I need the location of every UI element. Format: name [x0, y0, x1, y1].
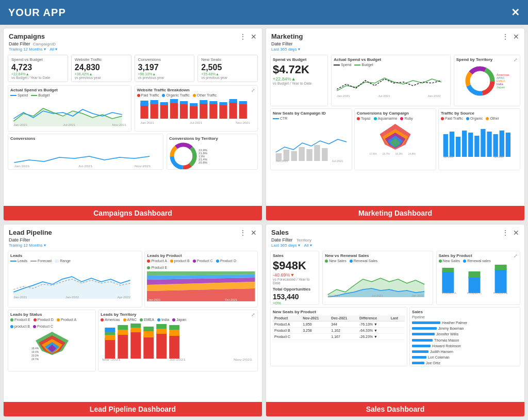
total-opp: 153,440	[273, 293, 317, 301]
svg-rect-64	[450, 132, 454, 157]
campaigns-filter: Date Filter CampaignID Trailing 12 Month…	[9, 41, 57, 52]
svg-rect-19	[209, 101, 217, 104]
lead-pipeline-actions: ⋮ ✕	[239, 229, 257, 237]
lead-pipeline-title: Lead Pipeline	[9, 229, 52, 236]
svg-text:Jul-2021: Jul-2021	[78, 165, 93, 168]
expand-icon-3[interactable]: ⤢	[251, 312, 255, 317]
svg-text:Jan-2022: Jan-2022	[411, 294, 424, 297]
marketing-more-icon[interactable]: ⋮	[502, 33, 509, 41]
sales-more-icon[interactable]: ⋮	[502, 229, 509, 237]
leads-territory-chart: Leads by Territory ⤢ Americas APAC EMEA …	[98, 310, 258, 371]
close-button[interactable]: ✕	[511, 6, 520, 19]
svg-rect-71	[493, 134, 498, 157]
leads-status-chart: Leads by Status Product E Product D Prod…	[8, 310, 96, 371]
svg-rect-11	[170, 99, 177, 103]
table-row: Product B 3,258 1,162 -64.33% ▼	[273, 328, 405, 334]
sales-value: $948K	[273, 259, 317, 272]
svg-text:Nov-2021: Nov-2021	[234, 359, 252, 361]
svg-text:Mar-2021: Mar-2021	[103, 359, 121, 361]
campaigns-actions: ⋮ ✕	[239, 33, 257, 41]
sales-number-box: Sales $948K -40.69%▼ vs Forecasted / Yea…	[270, 251, 319, 305]
svg-rect-68	[474, 136, 479, 157]
svg-text:Jan-2021: Jan-2021	[148, 298, 161, 301]
svg-rect-17	[200, 100, 207, 104]
svg-text:17.5%: 17.5%	[370, 152, 377, 155]
lead-pipeline-close-icon[interactable]: ✕	[251, 229, 257, 237]
svg-text:Product E: Product E	[493, 292, 508, 295]
svg-rect-5	[140, 101, 148, 106]
table-row: Product C 1,167 -26.23% ▼	[273, 334, 405, 340]
svg-text:Jan-2022: Jan-2022	[427, 95, 441, 98]
svg-text:24.7%: 24.7%	[31, 358, 39, 361]
kpi-website-traffic: Website Traffic 24,830 +36.42%▲ vs previ…	[71, 55, 131, 82]
svg-rect-108	[144, 327, 154, 331]
marketing-dashboard-label: Marketing Dashboard	[266, 206, 524, 220]
svg-text:Jan-2021: Jan-2021	[337, 95, 350, 98]
svg-text:Jul-2021: Jul-2021	[378, 95, 390, 98]
marketing-title: Marketing	[271, 33, 303, 40]
svg-rect-10	[170, 101, 177, 119]
conversions-territory-chart: Conversions by Territory 22.9%21.8%13%21…	[167, 134, 258, 170]
svg-text:Jan-2021: Jan-2021	[14, 165, 30, 168]
svg-rect-111	[157, 324, 167, 329]
campaigns-title: Campaigns	[9, 33, 57, 40]
svg-text:Jul-2021: Jul-2021	[190, 122, 202, 124]
expand-icon[interactable]: ⤢	[251, 88, 255, 93]
svg-text:Jul-2021: Jul-2021	[372, 294, 383, 297]
expand-icon-4[interactable]: ⤢	[514, 253, 518, 259]
campaigns-close-icon[interactable]: ✕	[251, 33, 257, 41]
campaigns-more-icon[interactable]: ⋮	[239, 33, 246, 41]
svg-rect-124	[442, 268, 454, 272]
svg-text:Jan-2022: Jan-2022	[65, 296, 79, 299]
svg-rect-113	[170, 329, 180, 336]
marketing-close-icon[interactable]: ✕	[513, 33, 519, 41]
marketing-spend-number: Spend vs Budget $4.72K +22.84%▲ vs Budge…	[270, 55, 328, 106]
svg-text:Jan-2021: Jan-2021	[13, 124, 27, 126]
campaigns-header: Campaigns Date Filter CampaignID Trailin…	[4, 28, 262, 53]
svg-text:Jan-2021: Jan-2021	[140, 122, 154, 124]
svg-rect-72	[500, 131, 504, 157]
lead-pipeline-header: Lead Pipeline Date Filter Trailing 12 Mo…	[4, 224, 262, 249]
sales-content: Sales $948K -40.69%▼ vs Forecasted / Yea…	[266, 249, 524, 416]
lead-pipeline-content: Leads Leads Forecast Range Jan-2021 Jan-…	[4, 249, 262, 416]
svg-text:18.4%: 18.4%	[31, 347, 39, 350]
expand-icon-2[interactable]: ⤢	[514, 57, 518, 62]
svg-rect-9	[160, 102, 168, 105]
svg-rect-13	[179, 101, 187, 104]
svg-text:14.8%: 14.8%	[408, 152, 416, 155]
conversions-chart: Conversions Jan-2021 Jul-2021 Nov-2021	[8, 134, 163, 170]
svg-text:19.4%: 19.4%	[31, 350, 39, 353]
marketing-actions: ⋮ ✕	[502, 33, 519, 41]
sales-close-icon[interactable]: ✕	[513, 229, 519, 237]
sales-header: Sales Date Filter Territory Last 365 day…	[266, 224, 524, 249]
sales-panel: Sales Date Filter Territory Last 365 day…	[266, 224, 525, 417]
campaigns-kpi-row: Spend vs Budget 4,723 +22.84%▲ vs Budget…	[8, 55, 258, 82]
svg-text:20.2%: 20.2%	[31, 354, 39, 357]
svg-rect-21	[219, 102, 227, 105]
svg-rect-18	[209, 103, 217, 119]
lead-pipeline-dashboard-label: Lead Pipeline Dashboard	[4, 402, 262, 416]
svg-text:Jan-2022: Jan-2022	[493, 156, 504, 158]
marketing-actual-spend-chart: Actual Spend vs Budget Spend Budget Jan-…	[331, 55, 451, 106]
svg-text:16.3%: 16.3%	[395, 152, 403, 155]
svg-text:Product C: Product C	[467, 292, 482, 295]
svg-rect-6	[150, 102, 158, 119]
app-title: YOUR APP	[8, 7, 66, 19]
svg-text:Nov-2021: Nov-2021	[135, 165, 151, 168]
lead-pipeline-more-icon[interactable]: ⋮	[239, 229, 246, 237]
svg-rect-126	[468, 271, 480, 278]
svg-rect-48	[299, 147, 304, 161]
sales-product-chart: Sales by Product ⤢ New Sales Renewal sal…	[436, 251, 520, 305]
marketing-content: Spend vs Budget $4.72K +22.84%▲ vs Budge…	[266, 53, 524, 220]
svg-rect-23	[229, 99, 237, 103]
campaigns-content: Spend vs Budget 4,723 +22.84%▲ vs Budget…	[4, 53, 262, 220]
lead-pipeline-panel: Lead Pipeline Date Filter Trailing 12 Mo…	[3, 224, 262, 417]
svg-rect-114	[170, 325, 180, 330]
svg-rect-51	[322, 148, 327, 161]
campaigns-dashboard-label: Campaigns Dashboard	[4, 206, 262, 220]
svg-text:Jul-2021: Jul-2021	[332, 159, 343, 163]
website-traffic-chart: Website Traffic Breakdown Paid Traffic O…	[135, 85, 258, 132]
marketing-panel: Marketing Date Filter Last 365 days ▾ ⋮ …	[266, 28, 525, 221]
svg-rect-128	[494, 265, 506, 270]
svg-rect-47	[291, 151, 297, 161]
